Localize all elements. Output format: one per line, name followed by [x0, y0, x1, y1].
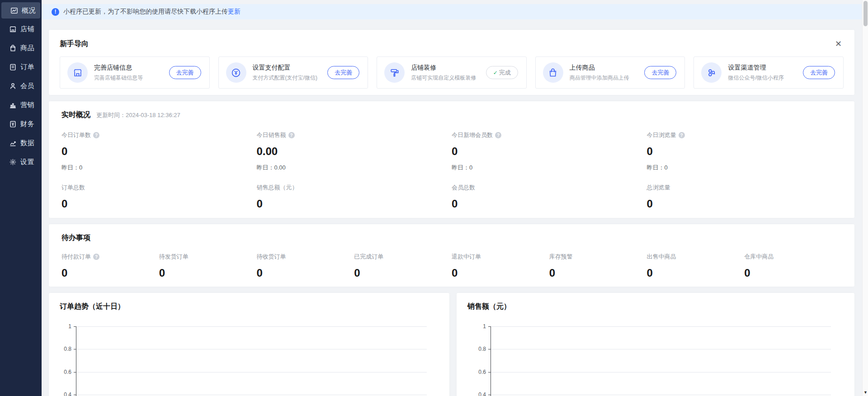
newbie-guide-card: 新手导向 ✕ 完善店铺信息 完善店铺基础信息等 去完善 设置支付配置 支付方式配…: [49, 30, 854, 95]
todo-value: 0: [61, 267, 159, 279]
marketing-bars-icon: [9, 101, 17, 109]
stat-value: 0.00: [257, 145, 452, 158]
todo-value: 0: [354, 267, 452, 279]
realtime-title: 实时概况: [61, 110, 90, 120]
stat-value: 0: [257, 198, 452, 210]
yen-circle-icon: [226, 62, 246, 83]
sidebar-item-label: 概况: [22, 6, 36, 15]
go-complete-button[interactable]: 去完善: [169, 66, 201, 79]
sidebar-item-label: 会员: [20, 82, 34, 90]
stat-today-orders: 今日订单数? 0 昨日：0: [61, 131, 257, 172]
todo-completed-orders: 已完成订单 0: [354, 253, 452, 279]
stat-today-views: 今日浏览量? 0 昨日：0: [647, 131, 842, 172]
guide-card-title: 完善店铺信息: [94, 64, 169, 72]
updated-time: 更新时间：2024-03-18 12:36:27: [96, 111, 180, 119]
go-complete-button[interactable]: 去完善: [644, 66, 676, 79]
scrollbar-thumb[interactable]: [863, 1, 868, 26]
todo-on-sale-goods: 出售中商品 0: [647, 253, 745, 279]
order-trend-chart-card: 订单趋势（近十日） 1 0.8 0.6 0.4: [49, 293, 449, 396]
stat-value: 0: [61, 198, 257, 210]
sidebar-item-shop[interactable]: 店铺: [0, 19, 42, 38]
guide-card-upload-goods: 上传商品 商品管理中添加商品上传 去完善: [535, 57, 685, 89]
member-person-icon: [9, 82, 17, 90]
stat-yesterday: 昨日：0: [61, 164, 257, 172]
guide-card-shop-info: 完善店铺信息 完善店铺基础信息等 去完善: [60, 57, 210, 89]
help-icon[interactable]: ?: [679, 132, 685, 138]
go-complete-button[interactable]: 去完善: [327, 66, 359, 79]
sidebar-item-finance[interactable]: 财务: [0, 114, 42, 133]
todo-warehouse-goods: 仓库中商品 0: [744, 253, 842, 279]
help-icon[interactable]: ?: [93, 132, 99, 138]
stat-total-orders: 订单总数 0: [61, 184, 257, 210]
guide-card-title: 店铺装修: [411, 64, 486, 72]
sidebar-item-label: 财务: [20, 120, 34, 128]
sales-chart-card: 销售额（元） 1 0.8 0.6 0.4: [457, 293, 854, 396]
todo-value: 0: [549, 267, 647, 279]
sidebar-item-label: 商品: [20, 44, 34, 52]
sidebar-item-label: 数据: [20, 139, 34, 147]
go-complete-button[interactable]: 去完善: [803, 66, 835, 79]
help-icon[interactable]: ?: [495, 132, 501, 138]
stat-value: 0: [647, 198, 842, 210]
stat-value: 0: [452, 198, 647, 210]
stat-today-new-members: 今日新增会员数? 0 昨日：0: [452, 131, 647, 172]
settings-gear-icon: [9, 158, 17, 166]
todo-value: 0: [257, 267, 354, 279]
scroll-down-arrow-icon[interactable]: ▼: [863, 389, 868, 396]
paint-roller-icon: [384, 62, 405, 83]
stat-today-sales: 今日销售额? 0.00 昨日：0.00: [257, 131, 452, 172]
guide-card-subtitle: 完善店铺基础信息等: [94, 74, 169, 82]
todo-value: 0: [452, 267, 549, 279]
sidebar-item-settings[interactable]: 设置: [0, 152, 42, 171]
guide-card-subtitle: 支付方式配置(支付宝/微信): [253, 74, 328, 82]
goods-bag-icon: [9, 44, 17, 52]
page-scrollbar[interactable]: ▼: [862, 0, 868, 396]
shopping-bag-icon: [543, 62, 563, 83]
done-button[interactable]: ✓完成: [486, 66, 518, 79]
stat-value: 0: [452, 145, 647, 158]
order-trend-chart: 1 0.8 0.6 0.4: [49, 293, 449, 396]
sidebar-item-overview[interactable]: 概况: [1, 2, 40, 19]
guide-card-title: 设置支付配置: [253, 64, 328, 72]
y-tick: 0.8: [58, 346, 71, 352]
todo-stock-warning: 库存预警 0: [549, 253, 647, 279]
sales-chart: 1 0.8 0.6 0.4: [457, 293, 854, 396]
update-link[interactable]: 更新: [228, 8, 241, 16]
sidebar-item-members[interactable]: 会员: [0, 76, 42, 95]
stat-yesterday: 昨日：0.00: [257, 164, 452, 172]
help-icon[interactable]: ?: [288, 132, 295, 138]
todo-pending-payment: 待付款订单? 0: [61, 253, 159, 279]
guide-title: 新手导向: [60, 39, 89, 49]
stat-total-views: 总浏览量 0: [647, 184, 842, 210]
guide-card-title: 上传商品: [570, 64, 645, 72]
storefront-icon: [67, 62, 88, 83]
stat-yesterday: 昨日：0: [452, 164, 647, 172]
sidebar-item-orders[interactable]: 订单: [0, 57, 42, 76]
stat-total-members: 会员总数 0: [452, 184, 647, 210]
realtime-overview-card: 实时概况 更新时间：2024-03-18 12:36:27 今日订单数? 0 昨…: [49, 101, 854, 218]
guide-card-subtitle: 微信公众号/微信小程序: [728, 74, 803, 82]
sidebar: 概况 店铺 商品 订单 会员: [0, 0, 42, 396]
sidebar-item-label: 订单: [20, 63, 34, 71]
todo-value: 0: [159, 267, 257, 279]
y-tick: 0.4: [58, 391, 71, 396]
guide-card-subtitle: 商品管理中添加商品上传: [570, 74, 645, 82]
todo-value: 0: [744, 267, 842, 279]
sidebar-item-goods[interactable]: 商品: [0, 38, 42, 57]
stat-yesterday: 昨日：0: [647, 164, 842, 172]
close-icon[interactable]: ✕: [833, 39, 844, 49]
guide-card-channels: 设置渠道管理 微信公众号/微信小程序 去完善: [693, 57, 844, 89]
overview-icon: [10, 7, 18, 14]
sidebar-item-data[interactable]: 数据: [0, 133, 42, 152]
y-tick: 0.6: [58, 369, 71, 375]
check-icon: ✓: [493, 70, 498, 76]
y-tick: 1: [472, 323, 486, 330]
sidebar-item-marketing[interactable]: 营销: [0, 95, 42, 114]
help-icon[interactable]: ?: [93, 254, 99, 260]
guide-card-title: 设置渠道管理: [728, 64, 803, 72]
y-tick: 0.8: [472, 346, 486, 352]
y-tick: 1: [58, 323, 71, 330]
y-tick: 0.6: [472, 369, 486, 375]
order-clipboard-icon: [9, 63, 17, 71]
guide-card-subtitle: 店铺可实现自定义模板装修: [411, 74, 486, 82]
